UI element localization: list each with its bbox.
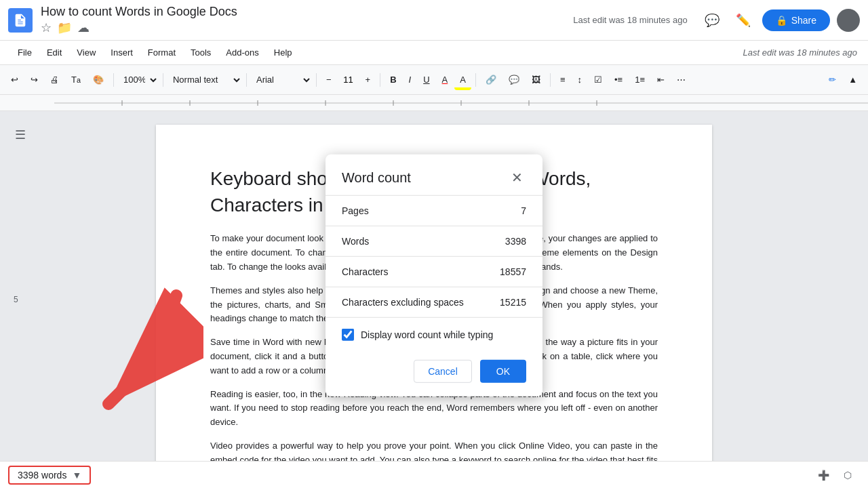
divider-3	[246, 73, 247, 87]
folder-icon[interactable]: 📁	[57, 20, 72, 35]
comments-button[interactable]: 💬	[700, 8, 724, 33]
word-count-table: Pages 7 Words 3398 Characters 18557 Char…	[326, 195, 542, 317]
expand-button[interactable]: ⬡	[835, 463, 860, 487]
divider-2	[163, 73, 163, 87]
font-size-display: 11	[338, 75, 359, 85]
dialog-footer: Cancel OK	[326, 352, 542, 396]
text-color-button[interactable]: A	[437, 70, 454, 90]
word-count-bar[interactable]: 3398 words ▼	[8, 466, 91, 485]
star-icon[interactable]: ☆	[41, 20, 52, 35]
share-icon: 🔒	[776, 15, 787, 26]
characters-value: 18557	[483, 256, 542, 287]
user-avatar[interactable]	[837, 9, 860, 32]
word-count-dialog: Word count ✕ Pages 7 Words 3398 Characte…	[326, 155, 542, 396]
left-sidebar: ☰	[0, 111, 41, 488]
bullet-list-button[interactable]: •≡	[609, 70, 628, 90]
menu-edit[interactable]: Edit	[40, 45, 68, 60]
spell-check-button[interactable]: Ta	[66, 70, 86, 90]
page-number-left: 5	[14, 295, 18, 304]
share-button[interactable]: 🔒 Share	[762, 9, 830, 31]
line-spacing-button[interactable]: ↕	[572, 70, 588, 90]
word-count-text: 3398 words	[18, 470, 66, 481]
dialog-close-button[interactable]: ✕	[507, 168, 526, 187]
menu-help[interactable]: Help	[267, 45, 299, 60]
more-options-button[interactable]: ⋯	[671, 70, 691, 90]
checklist-button[interactable]: ☑	[589, 70, 608, 90]
divider-1	[113, 73, 114, 87]
align-button[interactable]: ≡	[555, 70, 571, 90]
toolbar-collapse-button[interactable]: ▲	[843, 70, 863, 90]
divider-6	[475, 73, 476, 87]
indent-decrease-button[interactable]: ⇤	[652, 70, 670, 90]
cloud-icon[interactable]: ☁	[77, 20, 90, 35]
dialog-header: Word count ✕	[326, 155, 542, 195]
display-word-count-checkbox[interactable]	[342, 329, 354, 341]
sidebar-list-icon[interactable]: ☰	[10, 125, 31, 145]
zoom-select[interactable]: 100% 75% 125% 150%	[118, 70, 159, 89]
top-bar: How to count Words in Google Docs ☆ 📁 ☁ …	[0, 0, 868, 41]
word-count-dropdown-icon[interactable]: ▼	[72, 470, 81, 481]
highlight-button[interactable]: A	[454, 70, 471, 90]
bold-button[interactable]: B	[384, 70, 401, 90]
add-page-button[interactable]: ➕	[811, 463, 835, 487]
font-decrease-button[interactable]: −	[321, 70, 337, 90]
display-word-count-label: Display word count while typing	[361, 329, 493, 340]
words-value: 3398	[483, 226, 542, 256]
table-row-chars-excl-spaces: Characters excluding spaces 15215	[326, 287, 542, 317]
divider-7	[550, 73, 551, 87]
table-row-pages: Pages 7	[326, 195, 542, 226]
toolbar: ↩ ↪ 🖨 Ta 🎨 100% 75% 125% 150% Normal tex…	[0, 65, 868, 95]
editing-pencil-button[interactable]: ✏	[823, 70, 842, 90]
menu-addons[interactable]: Add-ons	[219, 45, 265, 60]
underline-button[interactable]: U	[418, 70, 435, 90]
chars-excl-label: Characters excluding spaces	[326, 287, 483, 317]
google-docs-icon	[8, 8, 33, 33]
divider-4	[316, 73, 317, 87]
top-right-actions: Last edit was 18 minutes ago 💬 ✏️ 🔒 Shar…	[573, 8, 860, 33]
menu-file[interactable]: File	[11, 45, 39, 60]
title-icons: ☆ 📁 ☁	[41, 20, 573, 35]
link-button[interactable]: 🔗	[480, 70, 502, 90]
last-edit-menu: Last edit was 18 minutes ago	[743, 47, 857, 58]
font-increase-button[interactable]: +	[360, 70, 376, 90]
document-area: ☰ Keyboard shortcut to show number of Wo…	[0, 111, 868, 488]
ok-button[interactable]: OK	[480, 360, 526, 383]
editing-mode-button[interactable]: ✏️	[731, 8, 755, 33]
dialog-title: Word count	[342, 169, 411, 185]
menu-bar: File Edit View Insert Format Tools Add-o…	[0, 41, 868, 65]
title-area: How to count Words in Google Docs ☆ 📁 ☁	[41, 5, 573, 35]
ruler	[0, 95, 868, 111]
last-edit-text: Last edit was 18 minutes ago	[573, 15, 687, 25]
redo-button[interactable]: ↪	[25, 70, 43, 90]
menu-view[interactable]: View	[70, 45, 102, 60]
menu-insert[interactable]: Insert	[104, 45, 140, 60]
share-label: Share	[791, 15, 816, 26]
characters-label: Characters	[326, 256, 483, 287]
chars-excl-value: 15215	[483, 287, 542, 317]
cancel-button[interactable]: Cancel	[414, 360, 472, 383]
doc-title[interactable]: How to count Words in Google Docs	[41, 5, 573, 19]
image-button[interactable]: 🖼	[526, 70, 546, 90]
divider-5	[380, 73, 380, 87]
menu-tools[interactable]: Tools	[184, 45, 218, 60]
pages-value: 7	[483, 195, 542, 226]
paragraph-style-select[interactable]: Normal text Heading 1 Heading 2	[167, 70, 242, 89]
right-scrollbar[interactable]	[854, 111, 868, 488]
paint-format-button[interactable]: 🎨	[87, 70, 109, 90]
italic-button[interactable]: I	[403, 70, 417, 90]
pages-label: Pages	[326, 195, 483, 226]
numbered-list-button[interactable]: 1≡	[629, 70, 650, 90]
bottom-bar: 3398 words ▼ ➕ ⬡	[0, 461, 868, 488]
print-button[interactable]: 🖨	[45, 70, 64, 90]
undo-button[interactable]: ↩	[5, 70, 24, 90]
table-row-words: Words 3398	[326, 226, 542, 256]
words-label: Words	[326, 226, 483, 256]
font-select[interactable]: Arial Times New Roman	[251, 70, 312, 89]
comment-button[interactable]: 💬	[503, 70, 525, 90]
table-row-characters: Characters 18557	[326, 256, 542, 287]
menu-format[interactable]: Format	[141, 45, 182, 60]
checkbox-row: Display word count while typing	[326, 317, 542, 352]
